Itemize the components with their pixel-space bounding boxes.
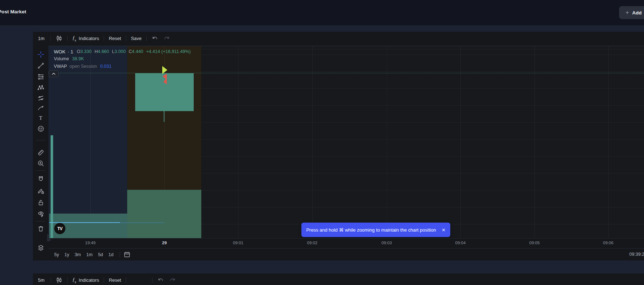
time-label: 09:04 <box>450 241 471 245</box>
redo-icon[interactable] <box>164 35 170 42</box>
gridline <box>534 46 535 238</box>
time-label: 09:06 <box>597 241 619 245</box>
gridline <box>387 46 387 238</box>
time-label: 19:49 <box>80 241 101 245</box>
open-label: O <box>77 49 80 54</box>
chart-type-candles-icon[interactable] <box>56 277 63 284</box>
text-tool-icon[interactable]: T <box>37 114 44 122</box>
magnet-icon[interactable] <box>37 175 44 183</box>
legend-symbol-row[interactable]: WOK · 1 O 3.330 H 4.660 L 3.000 C 4.440 … <box>54 48 191 55</box>
chart-type-candles-icon[interactable] <box>56 35 63 42</box>
chevron-up-icon <box>52 73 56 75</box>
brush-icon[interactable] <box>37 104 44 112</box>
indicators-label: Indicators <box>79 277 99 283</box>
trend-line-icon[interactable] <box>37 62 44 69</box>
add-button-label: Add <box>632 10 641 16</box>
high-label: H <box>94 49 98 54</box>
secondary-chart-panel: 5m ƒx Indicators Reset <box>33 273 644 285</box>
indicators-button[interactable]: ƒx Indicators <box>72 276 99 284</box>
timeframe-1m[interactable]: 1m <box>86 252 93 257</box>
zoom-hint-tooltip: Press and hold ⌘ while zooming to mainta… <box>301 223 450 237</box>
tools-divider <box>36 140 45 140</box>
toolbar-divider <box>104 36 104 41</box>
plus-icon: + <box>626 9 629 16</box>
interval-button[interactable]: 5m <box>37 277 46 283</box>
toolbar-divider <box>126 277 126 283</box>
emoji-icon[interactable] <box>37 125 44 132</box>
measure-icon[interactable] <box>37 149 44 156</box>
redo-icon[interactable] <box>169 277 176 284</box>
tradingview-logo[interactable]: TV <box>54 223 65 234</box>
crosshair-icon[interactable] <box>37 51 44 58</box>
tools-divider <box>36 221 45 222</box>
timeframe-bar: 5y 1y 3m 1m 5d 1d 09:39:29 <box>48 248 644 260</box>
gridline <box>238 46 239 238</box>
vwap-line-faded <box>120 223 164 223</box>
time-label: 09:01 <box>227 241 249 245</box>
time-axis[interactable]: 19:49 29 09:01 09:02 09:03 09:04 09:05 0… <box>48 238 644 248</box>
drawing-mode-lock-icon[interactable] <box>37 187 44 194</box>
low-label: L <box>112 49 115 54</box>
timeframe-1d[interactable]: 1d <box>108 252 113 257</box>
remove-objects-icon[interactable] <box>37 225 44 232</box>
toolbar-divider <box>51 36 51 41</box>
save-button[interactable]: Save <box>131 36 142 41</box>
chart-plot-area[interactable]: WOK · 1 O 3.330 H 4.660 L 3.000 C 4.440 … <box>48 46 644 238</box>
main-chart-toolbar: 1m ƒx Indicators Reset Save <box>33 32 644 45</box>
xabcd-pattern-icon[interactable] <box>37 84 44 91</box>
fib-retracement-icon[interactable] <box>37 73 44 80</box>
undo-icon[interactable] <box>151 35 158 42</box>
vwap-value: 0.031 <box>100 64 111 69</box>
vwap-session-label: open Session <box>69 64 97 69</box>
toolbar-divider <box>152 277 153 283</box>
indicators-button[interactable]: ƒx Indicators <box>72 35 99 42</box>
reset-button[interactable]: Reset <box>109 277 121 283</box>
collapse-legend-button[interactable] <box>49 70 59 77</box>
clock-label[interactable]: 09:39:29 <box>629 252 644 257</box>
interval-button[interactable]: 1m <box>37 36 46 41</box>
legend-volume-row[interactable]: Volume 38.9K <box>54 55 191 62</box>
gridline <box>460 46 461 238</box>
toolbar-divider <box>67 36 68 41</box>
toolbar-divider <box>104 277 104 283</box>
vwap-label: VWAP <box>54 64 67 69</box>
symbol-interval: · 1 <box>68 49 73 54</box>
high-value: 4.660 <box>98 49 109 54</box>
tooltip-text: Press and hold ⌘ while zooming to mainta… <box>306 227 436 233</box>
object-tree-icon[interactable] <box>37 244 44 251</box>
parallel-channel-icon[interactable] <box>37 94 44 102</box>
secondary-chart-toolbar: 5m ƒx Indicators Reset <box>33 273 644 285</box>
fx-icon: ƒx <box>72 276 76 284</box>
timeframe-5d[interactable]: 5d <box>98 252 103 257</box>
open-value: 3.330 <box>80 49 91 54</box>
go-to-date-calendar-icon[interactable] <box>124 251 130 258</box>
hide-all-drawings-icon[interactable] <box>37 210 44 218</box>
toolbar-divider <box>126 36 126 41</box>
top-bar: Post Market + Add <box>0 0 644 25</box>
candle-wick <box>164 111 164 122</box>
timeframe-5y[interactable]: 5y <box>54 252 59 257</box>
close-label: C <box>129 49 132 54</box>
timeframe-1y[interactable]: 1y <box>64 252 69 257</box>
indicators-label: Indicators <box>79 36 99 41</box>
time-label: 09:05 <box>524 241 545 245</box>
market-status-label: Post Market <box>0 9 26 14</box>
main-chart-panel: 1m ƒx Indicators Reset Save <box>33 32 644 260</box>
undo-icon[interactable] <box>157 277 164 284</box>
reset-button[interactable]: Reset <box>109 36 121 41</box>
change-value: +4.414 (+16,911.49%) <box>146 49 190 54</box>
after-hours-session-highlight <box>48 46 127 238</box>
legend-vwap-row[interactable]: VWAP open Session 0.031 <box>54 62 191 70</box>
close-icon[interactable]: × <box>442 227 446 233</box>
time-label: 09:02 <box>301 241 323 245</box>
timeframe-divider <box>120 252 120 257</box>
zoom-in-icon[interactable] <box>37 159 44 167</box>
gridline <box>90 46 91 238</box>
tools-divider <box>36 170 45 171</box>
lock-all-drawings-icon[interactable] <box>37 198 44 206</box>
timeframe-3m[interactable]: 3m <box>74 252 81 257</box>
toolbar-divider <box>67 277 68 283</box>
add-button[interactable]: + Add <box>619 6 644 19</box>
close-value: 4.440 <box>132 49 143 54</box>
drawing-tools-sidebar: T <box>33 45 48 260</box>
